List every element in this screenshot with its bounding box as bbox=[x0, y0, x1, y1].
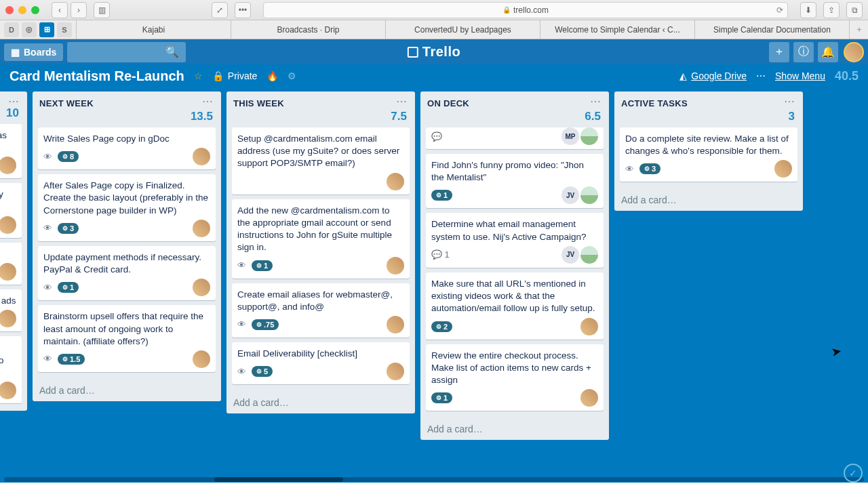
card[interactable]: Find John's funny promo video: "Jhon the… bbox=[426, 154, 604, 208]
close-window-icon[interactable] bbox=[5, 6, 14, 14]
list[interactable]: ON DECK⋯6.5💬 MPFind John's funny promo v… bbox=[420, 92, 609, 440]
window-controls[interactable] bbox=[5, 6, 39, 14]
card[interactable]: Add the new @cardmentalism.com to the ap… bbox=[232, 199, 410, 279]
member-avatar[interactable] bbox=[387, 257, 404, 274]
member-avatar[interactable] bbox=[193, 148, 210, 165]
browser-tab[interactable]: Kajabi bbox=[76, 20, 231, 39]
member-avatar[interactable]: JV bbox=[561, 246, 579, 264]
reader-button[interactable]: ⤢ bbox=[212, 2, 228, 18]
browser-tab[interactable]: Broadcasts · Drip bbox=[231, 20, 385, 39]
card[interactable]: Brainstorm upsell offers that require th… bbox=[38, 305, 216, 372]
card[interactable]: After Sales Page copy is Finalized. Crea… bbox=[38, 174, 216, 241]
card[interactable]: Determine what email management system t… bbox=[426, 213, 604, 267]
card[interactable]: Do a complete site review. Make a list o… bbox=[620, 127, 797, 182]
list-menu-icon[interactable]: ⋯ bbox=[395, 98, 408, 105]
board-canvas[interactable]: ⋯10gDoc with ad ideas tooy & imagery for… bbox=[0, 87, 868, 483]
card[interactable]: Setup @cardmentalism.com email address (… bbox=[232, 127, 410, 195]
member-avatar[interactable] bbox=[580, 389, 598, 407]
google-drive-link[interactable]: ◭ Google Drive bbox=[679, 70, 747, 81]
card[interactable]: Make sure that all URL's mentioned in ex… bbox=[426, 272, 604, 340]
downloads-button[interactable]: ⬇ bbox=[800, 2, 816, 18]
card[interactable]: Create email aliases for webmaster@, sup… bbox=[232, 283, 410, 338]
browser-tab[interactable]: Welcome to Simple Calendar ‹ C... bbox=[540, 20, 694, 39]
card[interactable]: oy for retargeting ads bbox=[0, 289, 22, 331]
fav-icon[interactable]: D bbox=[4, 22, 19, 37]
horizontal-scrollbar[interactable] bbox=[4, 477, 864, 482]
forward-button[interactable]: › bbox=[71, 2, 87, 18]
more-icon[interactable]: ⋯ bbox=[756, 70, 766, 81]
star-icon[interactable]: ☆ bbox=[194, 70, 203, 81]
back-button[interactable]: ‹ bbox=[52, 2, 68, 18]
add-card-button[interactable]: Add a card… bbox=[420, 418, 609, 440]
member-avatar[interactable]: JV bbox=[561, 186, 579, 204]
reload-icon[interactable]: ⟳ bbox=[776, 5, 783, 15]
settings-button[interactable]: ••• bbox=[235, 2, 251, 18]
card[interactable]: Review the entire checkout process. Make… bbox=[426, 344, 604, 411]
member-avatar[interactable] bbox=[0, 382, 16, 399]
new-tab-button[interactable]: ＋ bbox=[849, 20, 868, 39]
browser-tab[interactable]: ConvertedU by Leadpages bbox=[385, 20, 540, 39]
share-button[interactable]: ⇪ bbox=[823, 2, 840, 18]
boards-button[interactable]: ▦ Boards bbox=[4, 43, 63, 61]
list-title[interactable]: THIS WEEK bbox=[233, 98, 395, 108]
card[interactable]: Update payment methods if necessary. Pay… bbox=[38, 246, 216, 300]
member-avatar[interactable] bbox=[0, 216, 16, 234]
list[interactable]: NEXT WEEK⋯13.5Write Sales Page copy in g… bbox=[33, 92, 221, 401]
fav-icon[interactable]: ◎ bbox=[22, 22, 37, 37]
add-card-button[interactable]: Add a card… bbox=[226, 392, 415, 413]
member-avatar[interactable] bbox=[387, 173, 404, 190]
list-menu-icon[interactable]: ⋯ bbox=[589, 98, 602, 105]
list-menu-icon[interactable]: ⋯ bbox=[783, 98, 796, 105]
member-avatar[interactable] bbox=[387, 316, 404, 333]
scrollbar-thumb[interactable] bbox=[214, 477, 343, 482]
fav-icon[interactable]: ⊞ bbox=[39, 22, 54, 37]
list[interactable]: THIS WEEK⋯7.5Setup @cardmentalism.com em… bbox=[226, 92, 415, 413]
member-avatar[interactable] bbox=[0, 157, 16, 174]
list-menu-icon[interactable]: ⋯ bbox=[201, 98, 214, 105]
browser-tab[interactable]: Simple Calendar Documentation bbox=[694, 20, 849, 39]
member-avatar[interactable] bbox=[580, 127, 598, 145]
member-avatar[interactable] bbox=[580, 186, 598, 204]
zoom-window-icon[interactable] bbox=[31, 6, 39, 14]
add-card-button[interactable]: Add a card… bbox=[614, 189, 803, 211]
create-button[interactable]: ＋ bbox=[769, 42, 789, 62]
member-avatar[interactable]: MP bbox=[561, 127, 579, 145]
search-input[interactable]: 🔍 bbox=[67, 42, 186, 62]
trello-logo[interactable]: Trello bbox=[408, 44, 460, 60]
card[interactable]: gDoc with ad ideas to bbox=[0, 124, 22, 178]
card[interactable]: Email Deliverability [checklist]👁5 bbox=[232, 342, 410, 384]
list-menu-icon[interactable]: ⋯ bbox=[7, 98, 20, 105]
member-avatar[interactable] bbox=[0, 310, 16, 327]
settings-icon[interactable]: ⚙ bbox=[288, 70, 296, 81]
card[interactable]: Write Sales Page copy in gDoc👁8 bbox=[38, 127, 216, 169]
list-title[interactable]: NEXT WEEK bbox=[39, 98, 201, 108]
list-title[interactable]: ACTIVE TASKS bbox=[621, 98, 783, 108]
user-avatar[interactable] bbox=[844, 42, 864, 62]
info-button[interactable]: ⓘ bbox=[793, 42, 814, 62]
fire-icon[interactable]: 🔥 bbox=[267, 70, 278, 81]
member-avatar[interactable] bbox=[193, 350, 210, 368]
member-avatar[interactable] bbox=[580, 318, 598, 336]
address-bar[interactable]: 🔒 trello.com ⟳ bbox=[263, 2, 788, 18]
card[interactable]: oy & imagery for y ads bbox=[0, 183, 22, 237]
member-avatar[interactable] bbox=[580, 246, 598, 264]
tabs-button[interactable]: ⧉ bbox=[846, 2, 863, 18]
card[interactable]: first 2 FB ads bbox=[0, 243, 22, 285]
card[interactable]: Make sure that landing all good to go & … bbox=[0, 336, 22, 403]
shield-icon[interactable]: ✓ bbox=[844, 464, 863, 483]
member-avatar[interactable] bbox=[193, 220, 210, 237]
minimize-window-icon[interactable] bbox=[18, 6, 26, 14]
card[interactable]: 💬 MP bbox=[426, 127, 604, 149]
notifications-button[interactable]: 🔔 bbox=[818, 42, 838, 62]
sidebar-button[interactable]: ▥ bbox=[94, 2, 110, 18]
list[interactable]: ⋯10gDoc with ad ideas tooy & imagery for… bbox=[0, 92, 27, 411]
list[interactable]: ACTIVE TASKS⋯3Do a complete site review.… bbox=[614, 92, 803, 211]
member-avatar[interactable] bbox=[0, 263, 16, 281]
member-avatar[interactable] bbox=[774, 160, 792, 178]
list-title[interactable]: ON DECK bbox=[427, 98, 589, 108]
fav-icon[interactable]: S bbox=[57, 22, 72, 37]
member-avatar[interactable] bbox=[193, 279, 210, 296]
board-title[interactable]: Card Mentalism Re-Launch bbox=[9, 68, 184, 84]
member-avatar[interactable] bbox=[387, 363, 404, 380]
privacy-button[interactable]: 🔒 Private bbox=[212, 70, 258, 81]
